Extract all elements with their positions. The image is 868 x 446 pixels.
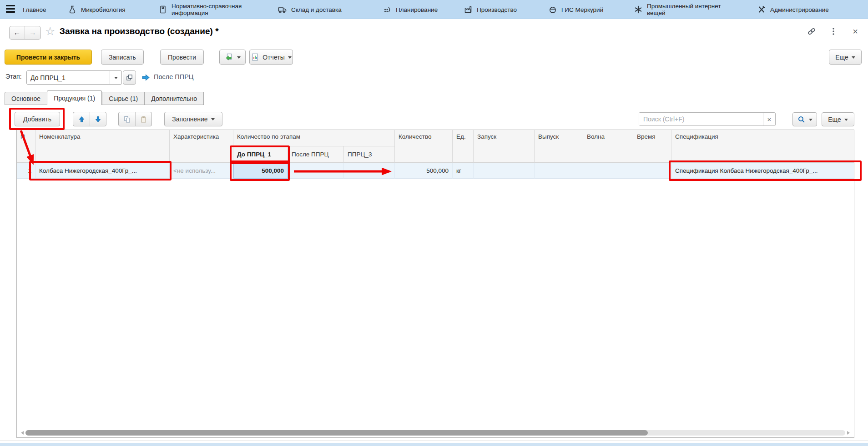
col-header-release: Выпуск [535, 130, 583, 163]
menu-item-reference-info[interactable]: Нормативно-справочная информация [158, 0, 250, 19]
section-menubar: Главное Микробиология Нормативно-справоч… [0, 0, 868, 19]
cell-stage2-qty[interactable] [288, 163, 344, 179]
menu-item-warehouse[interactable]: Склад и доставка [278, 0, 342, 19]
horizontal-scrollbar [18, 430, 853, 436]
cell-nomenclature[interactable]: Колбаса Нижегородская_400Гр_... [35, 163, 170, 179]
move-row-group [73, 112, 106, 126]
bottom-divider [0, 441, 868, 441]
move-down-button[interactable] [90, 112, 106, 126]
grid-header: N Номенклатура Характеристика Количество… [17, 130, 854, 163]
back-button[interactable]: ← [10, 26, 25, 39]
menu-item-label: Склад и доставка [291, 6, 342, 13]
col-header-n: N [17, 130, 35, 163]
link-icon[interactable] [806, 26, 817, 37]
reports-button[interactable]: Отчеты [249, 50, 293, 65]
stage-combobox [26, 70, 122, 85]
cell-wave[interactable] [583, 163, 633, 179]
bottom-strip [0, 443, 868, 446]
col-header-quantity: Количество [395, 130, 453, 163]
flask-icon [67, 5, 77, 15]
open-in-new-icon [126, 74, 133, 81]
edo-dropdown-button[interactable] [219, 50, 246, 65]
app-window: Главное Микробиология Нормативно-справоч… [0, 0, 868, 446]
cell-launch[interactable] [474, 163, 535, 179]
chevron-down-icon [237, 56, 241, 60]
tab-raw-materials[interactable]: Сырье (1) [102, 92, 145, 105]
cell-stage3-qty[interactable] [344, 163, 395, 179]
move-up-button[interactable] [73, 112, 90, 126]
cell-specification[interactable]: Спецификация Колбаса Нижегородская_400Гр… [671, 163, 854, 179]
save-button[interactable]: Записать [101, 50, 144, 65]
col-header-stage1: До ППРЦ_1 [233, 146, 288, 163]
fill-dropdown-button[interactable]: Заполнение [164, 112, 222, 126]
menu-item-label: Микробиология [81, 6, 126, 13]
col-header-nomenclature: Номенклатура [35, 130, 170, 163]
tab-main[interactable]: Основное [5, 92, 47, 105]
menu-item-iiot[interactable]: Промышленный интернет вещей [633, 0, 730, 19]
menu-item-administration[interactable]: Администрирование [757, 0, 829, 19]
add-row-button[interactable]: Добавить [15, 112, 60, 126]
col-header-specification: Спецификация [671, 130, 854, 163]
post-and-close-button[interactable]: Провести и закрыть [5, 50, 92, 65]
chevron-down-icon [211, 118, 215, 122]
mercury-globe-icon [548, 5, 558, 15]
clipboard-group [118, 112, 152, 126]
more-button-grid[interactable]: Еще [822, 112, 854, 126]
reports-button-label: Отчеты [262, 54, 284, 61]
forward-button[interactable]: → [25, 26, 40, 39]
col-header-characteristic: Характеристика [170, 130, 233, 163]
reference-book-icon [158, 5, 168, 15]
scroll-right-arrow[interactable] [847, 431, 852, 435]
copy-rows-button[interactable] [119, 112, 135, 126]
table-row[interactable]: 1 Колбаса Нижегородская_400Гр_... <не ис… [17, 163, 854, 179]
kebab-menu-icon[interactable] [828, 26, 839, 37]
menu-item-microbiology[interactable]: Микробиология [67, 0, 126, 19]
menu-item-main[interactable]: Главное [23, 0, 46, 19]
factory-icon [463, 5, 473, 15]
next-stage-arrow-icon [141, 73, 151, 84]
tab-additional[interactable]: Дополнительно [145, 92, 204, 105]
menu-item-planning[interactable]: Планирование [382, 0, 438, 19]
cell-quantity[interactable]: 500,000 [395, 163, 453, 179]
menu-item-label: Главное [23, 6, 46, 13]
next-stage-link[interactable]: После ППРЦ [154, 73, 194, 80]
close-icon[interactable]: × [850, 26, 861, 37]
more-button-form[interactable]: Еще [829, 50, 862, 65]
cell-time[interactable] [633, 163, 671, 179]
menu-item-gis-mercury[interactable]: ГИС Меркурий [548, 0, 603, 19]
menu-item-label: Планирование [396, 6, 438, 13]
cell-n[interactable]: 1 [17, 163, 35, 179]
hamburger-menu-icon[interactable] [6, 5, 15, 14]
history-nav-group: ← → [9, 26, 41, 40]
edo-document-icon [225, 53, 234, 62]
post-button[interactable]: Провести [160, 50, 204, 65]
col-header-time: Время [633, 130, 671, 163]
menu-item-label: Администрирование [770, 6, 829, 13]
favorite-star-icon[interactable]: ☆ [45, 25, 55, 38]
tools-icon [757, 5, 767, 15]
tab-products[interactable]: Продукция (1) [47, 90, 102, 105]
scroll-left-arrow[interactable] [19, 431, 24, 435]
cell-characteristic[interactable]: <не использу... [170, 163, 233, 179]
menu-item-production[interactable]: Производство [463, 0, 517, 19]
paste-rows-button[interactable] [135, 112, 151, 126]
form-titlebar: ← → ☆ Заявка на производство (создание) … [0, 20, 868, 46]
menu-item-label: Производство [477, 6, 517, 13]
search-dropdown-button[interactable] [792, 112, 817, 126]
col-header-launch: Запуск [474, 130, 535, 163]
chevron-down-icon [809, 119, 812, 123]
stage-dropdown-button[interactable] [110, 71, 121, 84]
scrollbar-thumb[interactable] [25, 430, 648, 436]
col-header-wave: Волна [583, 130, 633, 163]
page-title: Заявка на производство (создание) * [60, 26, 219, 36]
stage-open-button[interactable] [123, 70, 136, 85]
search-clear-icon[interactable]: × [763, 113, 775, 125]
menu-item-label: ГИС Меркурий [561, 6, 603, 13]
cell-stage1-qty[interactable]: 500,000 [233, 163, 288, 179]
search-input[interactable] [639, 113, 763, 125]
stage-label: Этап: [5, 73, 22, 80]
stage-input[interactable] [27, 71, 110, 84]
cell-unit[interactable]: кг [453, 163, 474, 179]
form-toolbar: Провести и закрыть Записать Провести Отч… [0, 46, 868, 69]
cell-release[interactable] [535, 163, 583, 179]
